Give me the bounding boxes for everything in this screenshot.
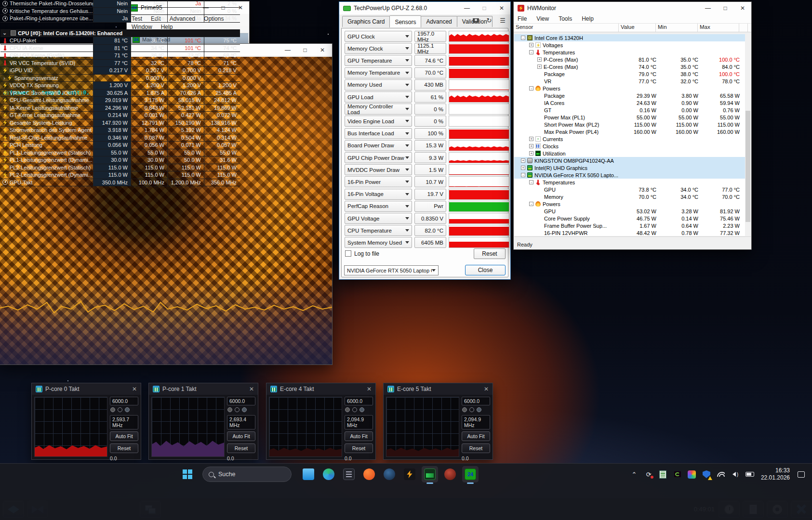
menu-item-view[interactable]: View	[536, 15, 549, 22]
column-header-value[interactable]: Value	[619, 24, 656, 32]
tray-battery-icon[interactable]	[744, 468, 756, 480]
close-icon[interactable]: ✕	[249, 386, 254, 392]
sensor-label[interactable]: PerfCap Reason	[345, 201, 412, 212]
tray-volume-icon[interactable]: )	[730, 468, 741, 480]
log-to-file-label[interactable]: Log to file	[345, 250, 379, 257]
camera-icon[interactable]	[471, 16, 480, 24]
menu-item-help[interactable]: Help	[582, 15, 594, 22]
y-max-input[interactable]: 6000.0	[110, 397, 138, 405]
taskbar-icon-prime95[interactable]: 24	[462, 466, 479, 482]
tray-nvidia-icon[interactable]	[672, 468, 683, 480]
radio-button[interactable]	[477, 407, 481, 412]
graph-window-titlebar[interactable]: P-core 0 Takt✕	[32, 383, 141, 395]
start-button[interactable]	[179, 466, 196, 482]
sensor-label[interactable]: Bus Interface Load	[345, 128, 412, 139]
sensor-label[interactable]: MVDDC Power Draw	[345, 164, 412, 175]
sensor-label[interactable]: System Memory Used	[345, 237, 412, 248]
tab-graphics-card[interactable]: Graphics Card	[342, 16, 390, 27]
minimize-button[interactable]: ―	[458, 2, 476, 14]
tray-defender-shield-icon[interactable]	[701, 468, 712, 480]
scale-radio-group[interactable]	[110, 407, 138, 412]
radio-button[interactable]	[352, 407, 357, 412]
close-button[interactable]: ✕	[734, 2, 751, 14]
taskbar-icon-edge-browser[interactable]	[320, 466, 337, 482]
taskbar-icon-file-explorer[interactable]	[300, 466, 317, 482]
tray-chevron-up-icon[interactable]: ⌃	[628, 468, 640, 480]
close-gpuz-button[interactable]: Close	[465, 265, 506, 275]
radio-button[interactable]	[125, 407, 130, 412]
sensor-label[interactable]: 16-Pin Voltage	[345, 189, 412, 200]
radio-button[interactable]	[345, 407, 350, 412]
tree-expand-toggle[interactable]: -	[521, 173, 525, 177]
auto-fit-button[interactable]: Auto Fit	[345, 431, 373, 441]
close-button[interactable]: ✕	[314, 44, 331, 56]
tree-expand-toggle[interactable]: +	[529, 144, 533, 148]
tree-expand-toggle[interactable]: +	[521, 166, 525, 170]
close-icon[interactable]: ✕	[484, 386, 489, 392]
sensor-label[interactable]: GPU Chip Power Draw	[345, 152, 412, 163]
auto-fit-button[interactable]: Auto Fit	[227, 431, 255, 441]
scale-radio-group[interactable]	[462, 407, 490, 412]
radio-button[interactable]	[227, 407, 232, 412]
taskbar-icon-steam-app[interactable]	[381, 466, 398, 482]
menu-item-tools[interactable]: Tools	[559, 15, 572, 22]
y-max-input[interactable]: 6000.0	[227, 397, 255, 405]
reset-button[interactable]: Reset	[462, 443, 490, 453]
close-button[interactable]: ✕	[493, 2, 510, 14]
tray-sync-icon[interactable]: ⟳	[643, 468, 654, 480]
sensor-label[interactable]: GPU Load	[345, 91, 412, 103]
sensor-label[interactable]: Memory Used	[345, 79, 412, 91]
auto-fit-button[interactable]: Auto Fit	[462, 431, 490, 441]
tree-expand-toggle[interactable]: -	[529, 86, 533, 91]
tree-expand-toggle[interactable]: +	[537, 65, 542, 69]
radio-button[interactable]	[118, 407, 122, 412]
taskbar-clock[interactable]: 16:33 22.01.2026	[761, 467, 790, 481]
vertical-scrollbar[interactable]	[745, 34, 751, 236]
minimize-button[interactable]: ―	[699, 2, 717, 14]
sensor-label[interactable]: Memory Temperature	[345, 67, 412, 78]
tab-advanced[interactable]: Advanced	[421, 16, 457, 27]
taskbar-icon-hwinfo-sensors[interactable]	[422, 466, 438, 482]
gpuz-titlebar[interactable]: TechPowerUp GPU-Z 2.68.0 ― □ ✕	[339, 2, 510, 14]
tree-expand-toggle[interactable]: +	[537, 57, 542, 62]
sensor-label[interactable]: GPU Clock	[345, 31, 412, 42]
tray-color-app-icon[interactable]	[686, 468, 698, 480]
close-icon[interactable]: ✕	[367, 386, 372, 392]
tree-expand-toggle[interactable]: -	[529, 50, 533, 54]
column-header-min[interactable]: Min	[656, 24, 698, 32]
tree-expand-toggle[interactable]: -	[529, 180, 533, 184]
tray-hwinfo-icon[interactable]	[657, 468, 669, 480]
chevron-right-icon[interactable]: ›	[3, 75, 5, 81]
radio-button[interactable]	[110, 407, 115, 412]
radio-button[interactable]	[462, 407, 467, 412]
notification-center-icon[interactable]	[795, 468, 807, 480]
taskbar-icon-cpuid-lightning[interactable]	[401, 466, 418, 482]
auto-fit-button[interactable]: Auto Fit	[110, 431, 138, 441]
search-input[interactable]: Suche	[202, 467, 292, 482]
taskbar-icon-notepad-app[interactable]	[341, 466, 357, 482]
tree-expand-toggle[interactable]: +	[529, 151, 533, 156]
maximize-button[interactable]: □	[476, 2, 493, 14]
radio-button[interactable]	[242, 407, 247, 412]
graph-window-titlebar[interactable]: P-core 1 Takt✕	[149, 383, 258, 395]
taskbar-icon-afterburner[interactable]	[442, 466, 458, 482]
gpu-select-dropdown[interactable]: NVIDIA GeForce RTX 5050 Laptop GPU	[344, 265, 439, 275]
y-max-input[interactable]: 6000.0	[345, 397, 373, 405]
scale-radio-group[interactable]	[345, 407, 373, 412]
tree-expand-toggle[interactable]: -	[521, 36, 525, 40]
log-to-file-checkbox[interactable]	[345, 250, 351, 257]
column-header-sensor[interactable]: Sensor	[514, 24, 619, 32]
column-header-max[interactable]: Max	[698, 24, 739, 32]
radio-button[interactable]	[235, 407, 240, 412]
chevron-down-icon[interactable]: ⌄	[2, 30, 7, 36]
graph-window-titlebar[interactable]: E-core 5 Takt✕	[384, 383, 493, 395]
y-max-input[interactable]: 6000.0	[462, 397, 490, 405]
tray-wifi-icon[interactable]	[715, 468, 727, 480]
sensor-label[interactable]: Memory Controller Load	[345, 104, 412, 115]
reset-button[interactable]: Reset	[345, 443, 373, 453]
tab-sensors[interactable]: Sensors	[389, 15, 421, 27]
reset-button[interactable]: Reset	[474, 248, 506, 259]
sensor-label[interactable]: Board Power Draw	[345, 140, 412, 151]
sensor-label[interactable]: CPU Temperature	[345, 225, 412, 236]
sensor-label[interactable]: Memory Clock	[345, 43, 412, 54]
